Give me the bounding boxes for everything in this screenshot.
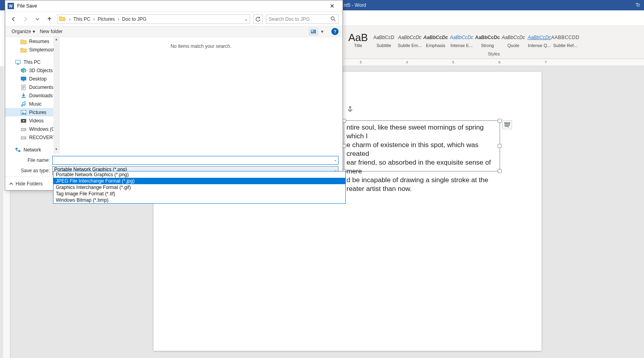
tree-item-downloads[interactable]: Downloads (5, 91, 54, 100)
word-title: nt5 - Word (344, 2, 366, 8)
help-button[interactable]: ? (331, 28, 339, 35)
view-button[interactable] (309, 28, 318, 35)
resize-handle[interactable] (498, 169, 502, 173)
crumb-doc-to-jpg[interactable]: Doc to JPG (120, 16, 148, 22)
style-label: Subtle Em... (397, 43, 423, 48)
tree-item-network[interactable]: Network (5, 146, 54, 153)
filetype-option[interactable]: JPEG File Interchange Format (*.jpg) (53, 178, 345, 184)
textbox-content[interactable]: ntire soul, like these sweet mornings of… (347, 123, 497, 193)
style-sample: AaBbCcDc (450, 33, 473, 42)
empty-message: No items match your search. (171, 43, 232, 49)
tree-item-resumes[interactable]: Resumes (5, 37, 54, 45)
tree-item-recovery-d-[interactable]: RECOVERY (D:) (5, 133, 54, 142)
ruler-mark: 5 (452, 60, 454, 64)
svg-rect-5 (21, 77, 26, 80)
up-button[interactable] (45, 15, 54, 24)
desktop-icon (20, 76, 27, 82)
style-label: Quote (501, 43, 526, 48)
ribbon-tabs-area (344, 10, 644, 26)
style-label: Intense E... (449, 43, 475, 48)
svg-rect-3 (16, 60, 20, 63)
crumb-this-pc[interactable]: This PC (72, 16, 92, 22)
view-dropdown-button[interactable]: ▾ (318, 27, 327, 36)
hide-folders-button[interactable]: Hide Folders (9, 181, 43, 187)
scroll-down-icon[interactable]: ▾ (53, 147, 59, 153)
organize-button[interactable]: Organize ▾ (9, 28, 37, 35)
folder-icon (20, 47, 27, 53)
recent-locations-button[interactable] (33, 15, 42, 24)
style-tile-quote[interactable]: AaBbCcDcQuote (500, 26, 526, 48)
dialog-toolbar: Organize ▾ New folder ▾ ? (5, 26, 343, 37)
resize-handle[interactable] (498, 144, 502, 148)
dialog-titlebar[interactable]: W File Save ✕ (5, 0, 343, 12)
tree-item-this-pc[interactable]: This PC (5, 58, 54, 66)
scroll-up-icon[interactable]: ▴ (53, 37, 59, 43)
chevron-down-icon[interactable]: ⌄ (334, 157, 337, 162)
back-button[interactable] (9, 15, 18, 24)
style-tile-intense-q-[interactable]: AaBbCcDcIntense Q... (526, 26, 552, 48)
horizontal-ruler[interactable]: 34567 (344, 59, 644, 66)
address-dropdown-icon[interactable]: ⌄ (242, 16, 250, 22)
style-tile-subtitle[interactable]: AaBbCcDSubtitle (371, 26, 397, 48)
style-tile-intense-e-[interactable]: AaBbCcDcIntense E... (449, 26, 475, 48)
close-button[interactable]: ✕ (324, 1, 340, 11)
crumb-chevron-icon[interactable]: › (92, 16, 96, 22)
chevron-down-icon: ▾ (33, 29, 35, 34)
resize-handle[interactable] (498, 119, 502, 123)
crumb-chevron-icon[interactable]: › (116, 16, 120, 22)
text-box[interactable]: ntire soul, like these sweet mornings of… (344, 120, 500, 171)
saveastype-dropdown[interactable]: Portable Network Graphics (*.png)JPEG Fi… (53, 171, 346, 204)
style-tile-strong[interactable]: AaBbCcDcStrong (475, 26, 500, 48)
pc-icon (15, 59, 21, 65)
svg-rect-7 (22, 85, 26, 90)
breadcrumb-bar[interactable]: › This PC › Pictures › Doc to JPG ⌄ (57, 14, 250, 24)
tree-item--d-objects[interactable]: 3D Objects (5, 66, 54, 75)
layout-options-button[interactable] (502, 120, 512, 129)
textbox-container: ntire soul, like these sweet mornings of… (344, 104, 500, 184)
file-list-area[interactable]: No items match your search. (59, 37, 343, 153)
filetype-option[interactable]: Windows Bitmap (*.bmp) (53, 197, 345, 203)
style-tile-title[interactable]: AaBTitle (345, 26, 371, 48)
style-label: Strong (475, 43, 500, 48)
tree-scrollbar[interactable]: ▴ ▾ (53, 37, 59, 153)
refresh-button[interactable] (253, 14, 263, 24)
ruler-mark: 4 (406, 60, 408, 64)
tree-item-desktop[interactable]: Desktop (5, 75, 54, 83)
filetype-option[interactable]: Tag Image File Format (*.tif) (53, 191, 345, 197)
tree-item-music[interactable]: Music (5, 100, 54, 108)
style-label: Intense Q... (527, 43, 552, 48)
style-tile-subtle-ref-[interactable]: AABBCCDDSubtle Ref... (552, 26, 578, 48)
filetype-option[interactable]: Portable Network Graphics (*.png) (53, 171, 345, 178)
chevron-up-icon (9, 182, 13, 186)
filename-input[interactable]: ⌄ (52, 156, 339, 165)
filetype-option[interactable]: Graphics Interchange Format (*.gif) (53, 184, 345, 191)
tree-item-videos[interactable]: Videos (5, 116, 54, 125)
style-sample: AaB (348, 33, 368, 42)
svg-point-9 (22, 111, 24, 112)
crumb-chevron-icon[interactable]: › (68, 16, 72, 22)
style-label: Subtle Ref... (553, 43, 578, 48)
search-input[interactable]: Search Doc to JPG (266, 14, 339, 24)
3d-icon (20, 67, 27, 74)
svg-point-0 (331, 17, 334, 20)
forward-button[interactable] (21, 15, 30, 24)
doc-icon (20, 84, 27, 90)
style-tile-emphasis[interactable]: AaBbCcDcEmphasis (423, 26, 449, 48)
drive-icon (20, 134, 27, 141)
ruler-mark: 7 (545, 60, 547, 64)
tree-item-pictures[interactable]: Pictures (5, 108, 54, 116)
tree-item-documents[interactable]: Documents (5, 83, 54, 91)
style-sample: AaBbCcDc (398, 33, 421, 42)
download-icon (20, 92, 27, 99)
style-sample: AaBbCcDc (502, 33, 525, 42)
new-folder-button[interactable]: New folder (37, 28, 65, 35)
tree-item-windows-c-[interactable]: Windows (C:) (5, 125, 54, 133)
tree-item-simplemost[interactable]: Simplemost (5, 45, 54, 54)
svg-point-14 (25, 138, 26, 138)
crumb-pictures[interactable]: Pictures (96, 16, 116, 22)
word-title-right: Tr (636, 2, 640, 8)
nav-tree[interactable]: ResumesSimplemostThis PC3D ObjectsDeskto… (5, 37, 59, 153)
style-sample: AABBCCDD (551, 33, 579, 42)
style-tile-subtle-em-[interactable]: AaBbCcDcSubtle Em... (397, 26, 423, 48)
search-icon (331, 16, 336, 22)
